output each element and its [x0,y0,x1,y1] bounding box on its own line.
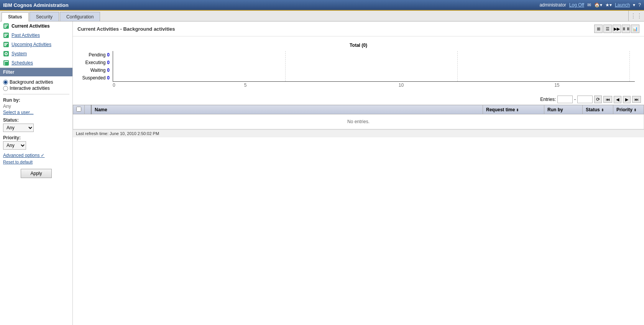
chart-row-pending: Pending 0 [82,52,110,58]
th-status[interactable]: Status ⇕ [583,105,613,114]
toolbar-view-icon1[interactable]: ⊞ [594,25,603,33]
executing-value: 0 [107,60,110,65]
filter-divider-1 [3,94,69,94]
svg-rect-7 [4,36,6,37]
sort-arrow-priority: ⇕ [634,108,637,112]
grid-line-10 [457,51,458,81]
sidebar-nav: Current Activities Past Activities Upcom… [0,21,72,68]
checkbox-header[interactable] [73,105,85,114]
filter-radio-group: Background activities Interactive activi… [3,79,69,91]
th-request-time[interactable]: Request time ⇕ [483,105,544,114]
svg-point-14 [5,53,7,54]
priority-select[interactable]: Any 1 2 3 4 5 [3,141,26,150]
chart-row-executing: Executing 0 [82,60,110,65]
entries-label: Entries: [540,97,556,102]
svg-rect-18 [4,63,5,64]
advanced-options-link[interactable]: Advanced options ✓ [3,153,44,158]
radio-interactive-input[interactable] [3,86,8,91]
content-area: Current Activities - Background activiti… [73,21,644,325]
svg-rect-9 [4,43,8,44]
nav-first-button[interactable]: ⏮ [603,96,612,103]
app-header: IBM Cognos Administration administrator … [0,0,644,11]
past-activities-icon [3,32,9,38]
past-activities-label: Past Activities [12,33,40,38]
sidebar-item-system[interactable]: System [0,49,72,58]
executing-label: Executing [85,60,106,65]
system-icon [3,51,9,57]
sidebar: Current Activities Past Activities Upcom… [0,21,73,325]
suspended-value: 0 [107,75,110,81]
main-layout: Current Activities Past Activities Upcom… [0,21,644,325]
help-icon[interactable]: ? [638,2,641,8]
separator-header [85,105,92,114]
th-name: Name [91,105,483,114]
svg-rect-19 [4,64,5,65]
apply-button[interactable]: Apply [21,169,51,178]
status-label: Status: [3,117,69,123]
tab-status[interactable]: Status [2,12,29,21]
svg-rect-3 [4,27,6,28]
status-section: Status: Any Pending Executing Waiting Su… [3,117,69,132]
nav-next-button[interactable]: ▶ [623,96,631,103]
entries-to-input[interactable] [577,96,593,103]
tab-configuration[interactable]: Configuration [60,12,100,21]
table-header-row: Name Request time ⇕ Run by Status ⇕ [73,105,644,114]
nav-prev-button[interactable]: ◀ [614,96,621,103]
nav-last-button[interactable]: ⏭ [632,96,641,103]
header-right: administrator Log Off ✉ 🏠▾ ★▾ Launch▾ ? [539,2,641,8]
tab-security[interactable]: Security [30,12,59,21]
sidebar-item-schedules[interactable]: Schedules [0,58,72,68]
th-run-by: Run by [544,105,583,114]
th-name-label: Name [95,107,107,112]
schedules-icon [3,60,9,66]
chart-title: Total (0) [82,43,635,48]
grid-line-5 [285,51,286,81]
status-select[interactable]: Any Pending Executing Waiting Suspended [3,124,34,132]
upcoming-activities-icon [3,41,9,48]
th-status-label: Status [586,107,600,112]
x-label-15: 15 [479,82,635,88]
radio-background-input[interactable] [3,80,8,85]
radio-interactive[interactable]: Interactive activities [3,86,69,91]
svg-rect-10 [4,44,7,45]
no-entries-row: No entries. [73,114,644,129]
content-title: Current Activities - Background activiti… [77,26,175,32]
toolbar-chart-icon[interactable]: 📊 [631,25,639,33]
select-all-checkbox[interactable] [76,107,81,112]
grid-line-15 [629,51,630,81]
th-priority[interactable]: Priority ⇕ [613,105,644,114]
radio-background[interactable]: Background activities [3,79,69,85]
x-label-10: 10 [323,82,479,88]
entries-go-button[interactable]: ⟳ [594,96,602,103]
sort-arrow-status: ⇕ [601,108,604,112]
svg-rect-5 [4,34,8,35]
current-activities-label: Current Activities [12,23,50,29]
x-label-0: 0 [113,82,115,88]
svg-rect-11 [4,45,6,46]
app-title: IBM Cognos Administration [3,2,69,8]
radio-background-label: Background activities [10,79,53,85]
waiting-label: Waiting [90,68,106,73]
toolbar-view-icon2[interactable]: ☰ [603,25,612,33]
sidebar-item-upcoming-activities[interactable]: Upcoming Activities [0,40,72,49]
toolbar-pause-icon[interactable]: ⏸⏸ [622,25,630,33]
toolbar-run-icon[interactable]: ▶▶ [613,25,621,33]
current-activities-icon [3,23,9,29]
entries-dash: - [574,97,576,102]
filter-header: Filter [0,68,72,76]
x-label-5: 5 [168,82,323,88]
sidebar-item-current-activities[interactable]: Current Activities [0,21,72,31]
entries-from-input[interactable] [557,96,573,103]
reset-to-default-link[interactable]: Reset to default [3,160,69,164]
logoff-link[interactable]: Log Off [569,2,584,8]
select-user-link[interactable]: Select a user... [3,110,69,115]
radio-interactive-label: Interactive activities [10,86,50,91]
upcoming-activities-label: Upcoming Activities [12,42,51,47]
envelope-icon[interactable]: ✉ [587,2,591,8]
entries-bar: Entries: - ⟳ ⏮ ◀ ▶ ⏭ [73,94,644,105]
home-icon[interactable]: 🏠▾ [594,2,602,8]
sidebar-item-past-activities[interactable]: Past Activities [0,31,72,40]
tab-bar-right: ⋮⋮ [628,11,644,21]
star-icon[interactable]: ★▾ [605,2,612,8]
launch-link[interactable]: Launch [615,2,630,8]
